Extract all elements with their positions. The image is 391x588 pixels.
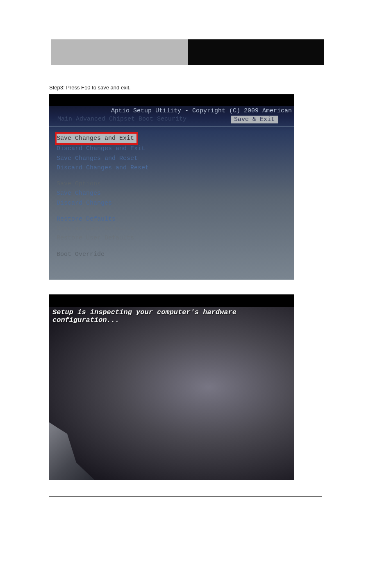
menu-save-changes-reset[interactable]: Save Changes and Reset (57, 154, 294, 163)
header-left (51, 39, 188, 65)
menu-save-options-header: Save Options (57, 179, 294, 189)
step-instruction: Step3: Press F10 to save and exit. (49, 84, 131, 91)
menu-restore-defaults[interactable]: Restore Defaults (57, 214, 294, 224)
menu-discard-changes-reset[interactable]: Discard Changes and Reset (57, 163, 294, 173)
footer-divider (49, 496, 322, 497)
bios-tabs: Main Advanced Chipset Boot Security Save… (49, 116, 294, 125)
menu-save-changes-exit[interactable]: Save Changes and Exit (55, 132, 138, 145)
bios-divider (49, 126, 294, 127)
bios-tabs-inactive: Main Advanced Chipset Boot Security (57, 116, 186, 123)
setup-top-bar (49, 294, 294, 307)
bios-title: Aptio Setup Utility - Copyright (C) 2009… (49, 106, 294, 116)
setup-screenshot: Setup is inspecting your computer's hard… (49, 294, 294, 480)
bios-top-bar (49, 94, 294, 106)
header-bar (51, 39, 324, 65)
setup-message: Setup is inspecting your computer's hard… (49, 307, 294, 324)
menu-boot-override-header: Boot Override (57, 250, 294, 259)
header-right (188, 39, 324, 65)
bios-tab-save-exit[interactable]: Save & Exit (231, 116, 278, 123)
menu-save-user-defaults[interactable]: Save as User Defaults (57, 224, 294, 233)
bios-screenshot: Aptio Setup Utility - Copyright (C) 2009… (49, 94, 294, 280)
menu-discard-changes-exit[interactable]: Discard Changes and Exit (57, 144, 294, 153)
menu-restore-user-defaults[interactable]: Restore User Defaults (57, 233, 294, 243)
setup-reflection (49, 422, 94, 480)
menu-save-changes[interactable]: Save Changes (57, 189, 294, 198)
bios-menu: Save Changes and Exit Discard Changes an… (49, 132, 294, 259)
menu-discard-changes[interactable]: Discard Changes (57, 198, 294, 208)
